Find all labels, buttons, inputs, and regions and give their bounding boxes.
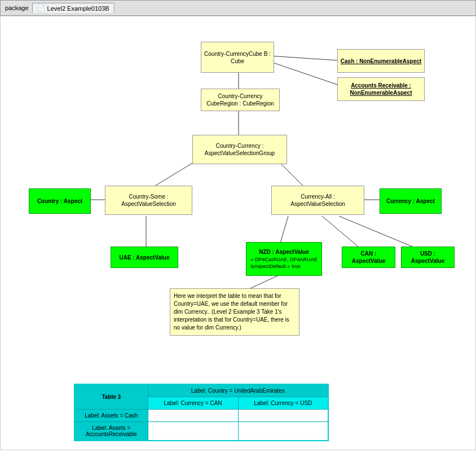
uae-label: UAE : AspectValue	[119, 254, 169, 261]
table-subcol2: Label: Currency = USD	[238, 397, 328, 410]
table-row2-col2	[238, 422, 328, 441]
table-title-cell: Table 3	[74, 384, 148, 410]
ar-label: Accounts Receivable : NonEnumerableAspec…	[340, 82, 422, 96]
usd-label: USD : AspectValue	[404, 250, 452, 265]
cuberegion-label: Country-Currency CubeRegion : CubeRegion	[204, 93, 277, 107]
svg-line-11	[339, 216, 412, 247]
nzd-extra: = DP4CashUAE, DP4ARUAEisAspectDefault = …	[250, 257, 317, 270]
currency-aspect-node: Currency : Aspect	[380, 188, 442, 214]
svg-line-9	[280, 216, 288, 245]
note-text: Here we interpret the table to mean that…	[174, 293, 289, 331]
cash-node: Cash : NonEnumerableAspect	[337, 49, 425, 73]
currency-all-label: Currency-All : AspectValueSelection	[274, 193, 362, 208]
country-some-node: Country-Some : AspectValueSelection	[105, 186, 192, 215]
svg-line-1	[270, 56, 337, 60]
cube-node: Country-CurrencyCube B : Cube	[201, 42, 274, 73]
usd-node: USD : AspectValue	[401, 247, 455, 268]
currency-aspect-label: Currency : Aspect	[386, 197, 435, 205]
table-row1-label: Label: Assets = Cash	[74, 410, 148, 422]
cube-label: Country-CurrencyCube B : Cube	[204, 50, 271, 65]
tab-label: Level2 Example0103B	[47, 5, 109, 12]
avsg-node: Country-Currency : AspectValueSelectionG…	[192, 135, 287, 164]
bottom-table: Table 3 Label: Country = UnitedArabEmira…	[74, 384, 329, 441]
can-node: CAN : AspectValue	[342, 247, 395, 268]
can-label: CAN : AspectValue	[345, 250, 393, 265]
table-row1-col1	[148, 410, 238, 422]
table-subcol1: Label: Currency = CAN	[148, 397, 238, 410]
country-aspect-node: Country : Aspect	[29, 188, 91, 214]
cuberegion-node: Country-Currency CubeRegion : CubeRegion	[201, 89, 280, 111]
currency-all-node: Currency-All : AspectValueSelection	[271, 186, 364, 215]
table-col-header: Label: Country = UnitedArabEmirates	[148, 384, 328, 397]
package-tab[interactable]: 📄 Level2 Example0103B	[32, 3, 114, 13]
ar-node: Accounts Receivable : NonEnumerableAspec…	[337, 77, 425, 101]
diagram-area: Country-CurrencyCube B : Cube Cash : Non…	[0, 16, 476, 450]
package-label: package	[5, 5, 29, 11]
table-row2-col1	[148, 422, 238, 441]
table-row2-label: Label: Assets = AccountsReceivable	[74, 422, 148, 441]
table-title: Table 3	[102, 394, 121, 400]
diagram-icon: 📄	[37, 5, 45, 12]
nzd-node: NZD : AspectValue = DP4CashUAE, DP4ARUAE…	[246, 242, 322, 276]
nzd-label: NZD : AspectValue	[259, 248, 309, 256]
table-row1-col2	[238, 410, 328, 422]
country-aspect-label: Country : Aspect	[37, 197, 82, 205]
uae-node: UAE : AspectValue	[111, 247, 178, 268]
package-header: package 📄 Level2 Example0103B	[0, 0, 476, 16]
svg-line-10	[322, 216, 358, 247]
note-box: Here we interpret the table to mean that…	[170, 288, 299, 336]
avsg-label: Country-Currency : AspectValueSelectionG…	[195, 142, 284, 157]
svg-line-2	[270, 61, 339, 85]
country-some-label: Country-Some : AspectValueSelection	[108, 193, 189, 208]
cash-label: Cash : NonEnumerableAspect	[341, 58, 421, 65]
